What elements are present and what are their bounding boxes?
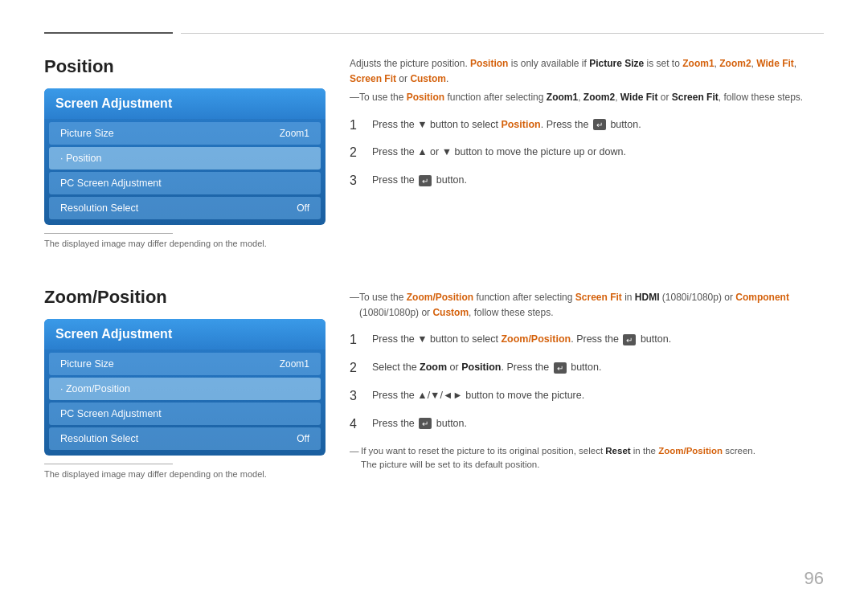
step-number: 3 bbox=[350, 173, 362, 190]
intro-note: To use the Position function after selec… bbox=[350, 90, 824, 105]
step-text: Press the ▼ button to select Position. P… bbox=[372, 117, 824, 134]
section-zoom-title: Zoom/Position bbox=[44, 287, 326, 308]
divider-dark bbox=[44, 32, 173, 34]
zoom-intro-note: To use the Zoom/Position function after … bbox=[350, 290, 824, 321]
menu-item-label: PC Screen Adjustment bbox=[60, 178, 162, 189]
section-position-right: Adjusts the picture position. Position i… bbox=[350, 56, 824, 271]
section-position: Position Screen Adjustment Picture Size … bbox=[44, 56, 824, 271]
zoom-intro: To use the Zoom/Position function after … bbox=[350, 290, 824, 321]
step-text: Press the ▲ or ▼ button to move the pict… bbox=[372, 145, 824, 161]
steps-list-position: 1 Press the ▼ button to select Position.… bbox=[350, 117, 824, 190]
step-2: 2 Press the ▲ or ▼ button to move the pi… bbox=[350, 145, 824, 161]
menu-item-position[interactable]: · Position bbox=[49, 147, 321, 170]
step-text: Press the button. bbox=[372, 173, 824, 190]
menu-header-zoom: Screen Adjustment bbox=[44, 319, 326, 349]
menu-item-label: · Position bbox=[60, 153, 101, 164]
section-position-title: Position bbox=[44, 56, 326, 77]
menu-item-label: Resolution Select bbox=[60, 433, 138, 444]
footnote-position: The displayed image may differ depending… bbox=[44, 239, 326, 248]
page-number: 96 bbox=[805, 568, 824, 589]
menu-item-zoom-position[interactable]: · Zoom/Position bbox=[49, 378, 321, 400]
position-intro: Adjusts the picture position. Position i… bbox=[350, 56, 824, 106]
step-text: Select the Zoom or Position. Press the b… bbox=[372, 360, 824, 377]
divider-light bbox=[181, 33, 824, 34]
menu-item-label: PC Screen Adjustment bbox=[60, 408, 162, 419]
menu-item-resolution-select[interactable]: Resolution Select Off bbox=[49, 197, 321, 219]
step-number: 2 bbox=[350, 145, 362, 161]
menu-item-label: Picture Size bbox=[60, 358, 114, 370]
step-1: 1 Press the ▼ button to select Position.… bbox=[350, 117, 824, 134]
sections-wrapper: Position Screen Adjustment Picture Size … bbox=[44, 56, 824, 517]
step-text: Press the button. bbox=[372, 416, 824, 433]
menu-item-pc-screen[interactable]: PC Screen Adjustment bbox=[49, 172, 321, 194]
menu-item-picture-size[interactable]: Picture Size Zoom1 bbox=[49, 122, 321, 145]
menu-item-value: Off bbox=[297, 433, 309, 444]
section-zoom-left: Zoom/Position Screen Adjustment Picture … bbox=[44, 287, 326, 501]
menu-item-resolution-select-2[interactable]: Resolution Select Off bbox=[49, 427, 321, 450]
screen-menu-zoom: Screen Adjustment Picture Size Zoom1 · Z… bbox=[44, 319, 326, 456]
menu-item-label: Picture Size bbox=[60, 128, 114, 139]
step-3: 3 Press the button. bbox=[350, 173, 824, 190]
menu-item-picture-size-2[interactable]: Picture Size Zoom1 bbox=[49, 353, 321, 375]
menu-item-pc-screen-2[interactable]: PC Screen Adjustment bbox=[49, 403, 321, 425]
step-z3: 3 Press the ▲/▼/◄► button to move the pi… bbox=[350, 388, 824, 405]
step-text: Press the ▲/▼/◄► button to move the pict… bbox=[372, 388, 824, 405]
menu-item-value: Zoom1 bbox=[280, 128, 309, 139]
enter-icon bbox=[593, 119, 606, 130]
menu-item-value: Off bbox=[297, 202, 309, 214]
step-number: 4 bbox=[350, 416, 362, 433]
enter-icon bbox=[419, 175, 432, 186]
section-divider-2 bbox=[44, 464, 173, 464]
screen-menu-position: Screen Adjustment Picture Size Zoom1 · P… bbox=[44, 88, 326, 225]
step-z2: 2 Select the Zoom or Position. Press the… bbox=[350, 360, 824, 377]
section-zoom-position: Zoom/Position Screen Adjustment Picture … bbox=[44, 287, 824, 501]
step-z4: 4 Press the button. bbox=[350, 416, 824, 433]
top-divider bbox=[44, 32, 824, 34]
menu-header-position: Screen Adjustment bbox=[44, 88, 326, 119]
page-container: Position Screen Adjustment Picture Size … bbox=[0, 0, 868, 613]
section-divider-1 bbox=[44, 233, 173, 234]
step-text: Press the ▼ button to select Zoom/Positi… bbox=[372, 332, 824, 349]
step-number: 1 bbox=[350, 117, 362, 134]
enter-icon bbox=[419, 418, 432, 429]
step-number: 1 bbox=[350, 332, 362, 349]
section-zoom-right: To use the Zoom/Position function after … bbox=[350, 287, 824, 501]
enter-icon bbox=[554, 362, 567, 374]
step-number: 2 bbox=[350, 360, 362, 377]
enter-icon bbox=[623, 334, 636, 345]
step-number: 3 bbox=[350, 388, 362, 405]
menu-item-label: Resolution Select bbox=[60, 202, 138, 214]
section-position-left: Position Screen Adjustment Picture Size … bbox=[44, 56, 326, 271]
intro-main: Adjusts the picture position. Position i… bbox=[350, 58, 796, 84]
steps-list-zoom: 1 Press the ▼ button to select Zoom/Posi… bbox=[350, 332, 824, 432]
menu-item-value: Zoom1 bbox=[280, 358, 309, 370]
footnote-zoom: The displayed image may differ depending… bbox=[44, 469, 326, 479]
step-z1: 1 Press the ▼ button to select Zoom/Posi… bbox=[350, 332, 824, 349]
sub-note-zoom: If you want to reset the picture to its … bbox=[350, 444, 824, 472]
menu-item-label: · Zoom/Position bbox=[60, 383, 130, 394]
